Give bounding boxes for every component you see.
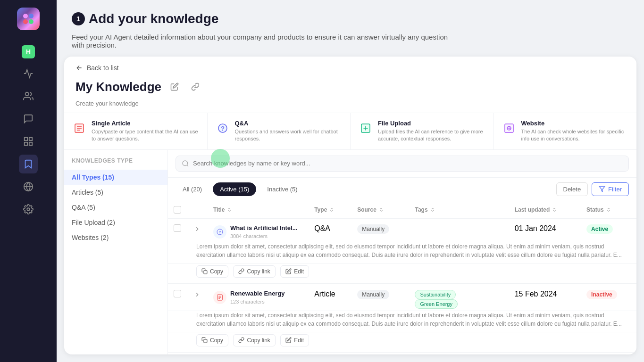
sidebar-item-globe[interactable]: [19, 177, 38, 196]
svg-point-3: [29, 19, 33, 24]
row1-copy-button[interactable]: Copy: [196, 265, 228, 278]
row2-copy-link-button[interactable]: Copy link: [233, 334, 275, 346]
row1-title-text: What is Artificial Intel... 3084 charact…: [230, 224, 298, 240]
tab-inactive[interactable]: Inactive (5): [260, 182, 304, 196]
file-upload-text: File Upload Upload files the AI can refe…: [378, 120, 486, 143]
row2-edit-button[interactable]: Edit: [280, 334, 309, 346]
sidebar-item-activity[interactable]: [19, 64, 38, 83]
row1-edit-button[interactable]: Edit: [280, 265, 309, 278]
sidebar-item-chat[interactable]: [19, 109, 38, 128]
delete-button[interactable]: Delete: [556, 182, 588, 196]
file-upload-icon: [358, 121, 373, 136]
type-card-qa[interactable]: ? Q&A Questions and answers work well fo…: [208, 113, 351, 149]
svg-rect-34: [204, 339, 207, 343]
filter-sidebar: Knowledges Type All Types (15) Articles …: [64, 150, 168, 354]
filter-all-types[interactable]: All Types (15): [64, 170, 167, 185]
tab-actions: Delete Filter: [556, 182, 629, 196]
svg-rect-6: [29, 138, 32, 140]
table-row-preview-1: Lorem ipsum dolor sit amet, consectetur …: [168, 242, 636, 263]
select-all-checkbox[interactable]: [174, 206, 181, 214]
row2-title-cell: Renewable Energy 123 characters: [213, 290, 303, 305]
website-icon: [502, 121, 517, 136]
row1-copy-link-button[interactable]: Copy link: [233, 265, 275, 278]
step-number: 1: [72, 12, 85, 25]
row1-status: Active: [586, 224, 613, 234]
single-article-text: Single Article Copy/paste or type conten…: [92, 120, 200, 143]
content-panel: Back to list My Knowledge Create your kn…: [64, 57, 636, 354]
knowledge-header: My Knowledge: [64, 75, 636, 100]
sort-type[interactable]: Type: [314, 206, 335, 213]
svg-point-11: [27, 208, 30, 211]
row1-updated: 01 Jan 2024: [515, 224, 556, 232]
sort-title[interactable]: Title: [213, 206, 232, 213]
search-input-wrap[interactable]: [176, 156, 629, 172]
row2-checkbox[interactable]: [174, 290, 181, 297]
type-cards: Single Article Copy/paste or type conten…: [64, 113, 636, 150]
sidebar-item-knowledge[interactable]: [19, 155, 38, 173]
row2-source: Manually: [357, 290, 389, 299]
filter-heading: Knowledges Type: [64, 157, 167, 170]
row1-type-icon: ?: [213, 225, 226, 239]
table-row-preview-2: Lorem ipsum dolor sit amet, consectetur …: [168, 311, 636, 332]
qa-text: Q&A Questions and answers work well for …: [235, 120, 343, 143]
website-text: Website The AI can check whole websites …: [521, 120, 629, 143]
row1-preview: Lorem ipsum dolor sit amet, consectetur …: [196, 243, 622, 258]
qa-icon: ?: [215, 121, 230, 136]
filter-qa[interactable]: Q&A (5): [64, 200, 167, 215]
link-icon: [238, 268, 244, 274]
row2-preview: Lorem ipsum dolor sit amet, consectetur …: [196, 312, 622, 327]
workspace-badge[interactable]: H: [22, 45, 35, 58]
row1-expand[interactable]: [192, 224, 202, 234]
row2-title-text: Renewable Energy 123 characters: [230, 290, 285, 305]
copy-link-button[interactable]: [188, 79, 203, 94]
svg-point-4: [25, 92, 29, 96]
page-title: Add your knowledge: [89, 11, 218, 26]
sort-status[interactable]: Status: [586, 206, 611, 213]
filter-icon: [599, 186, 605, 192]
tag-sustainability: Sustainability: [415, 290, 456, 299]
sort-updated[interactable]: Last updated: [515, 206, 558, 213]
back-label: Back to list: [87, 64, 119, 72]
filter-websites[interactable]: Websites (2): [64, 230, 167, 245]
row2-expand[interactable]: [192, 290, 202, 299]
row1-checkbox[interactable]: [174, 224, 181, 232]
sidebar-item-settings[interactable]: [19, 200, 38, 219]
page-description: Feed your AI Agent detailed information …: [72, 33, 459, 49]
row2-status: Inactive: [586, 290, 617, 299]
row2-copy-button[interactable]: Copy: [196, 334, 228, 346]
edit-title-button[interactable]: [167, 79, 182, 94]
type-card-file-upload[interactable]: File Upload Upload files the AI can refe…: [351, 113, 494, 149]
link-icon-2: [238, 337, 244, 343]
filter-articles[interactable]: Articles (5): [64, 185, 167, 200]
sidebar-item-grid[interactable]: [19, 132, 38, 151]
tab-active[interactable]: Active (15): [213, 182, 256, 196]
tab-all[interactable]: All (20): [176, 182, 209, 196]
sidebar-nav: [19, 64, 38, 354]
row1-type: Q&A: [314, 224, 330, 232]
svg-point-0: [23, 14, 28, 18]
svg-rect-8: [25, 142, 27, 145]
filter-file-upload[interactable]: File Upload (2): [64, 215, 167, 230]
body-area: Knowledges Type All Types (15) Articles …: [64, 150, 636, 354]
sort-tags[interactable]: Tags: [415, 206, 435, 213]
sidebar-item-users[interactable]: [19, 87, 38, 106]
copy-icon: [201, 268, 208, 274]
search-input[interactable]: [193, 160, 623, 167]
edit-icon-2: [285, 337, 292, 343]
svg-point-2: [23, 19, 28, 24]
page-header: 1 Add your knowledge Feed your AI Agent …: [57, 0, 644, 57]
type-card-single-article[interactable]: Single Article Copy/paste or type conten…: [64, 113, 208, 149]
step-badge: 1 Add your knowledge: [72, 11, 218, 26]
svg-text:?: ?: [219, 230, 221, 235]
type-card-website[interactable]: Website The AI can check whole websites …: [494, 113, 637, 149]
sort-source[interactable]: Source: [357, 206, 384, 213]
row1-source: Manually: [357, 224, 389, 234]
knowledge-title: My Knowledge: [75, 80, 161, 94]
back-nav[interactable]: Back to list: [64, 57, 636, 75]
logo[interactable]: [17, 8, 40, 30]
table-scroll: Title Type Source Tags Last updated Stat…: [168, 201, 636, 354]
filter-button[interactable]: Filter: [592, 182, 629, 196]
main-area: 1 Add your knowledge Feed your AI Agent …: [57, 0, 644, 362]
svg-rect-7: [29, 142, 32, 145]
copy-icon-2: [201, 337, 208, 343]
